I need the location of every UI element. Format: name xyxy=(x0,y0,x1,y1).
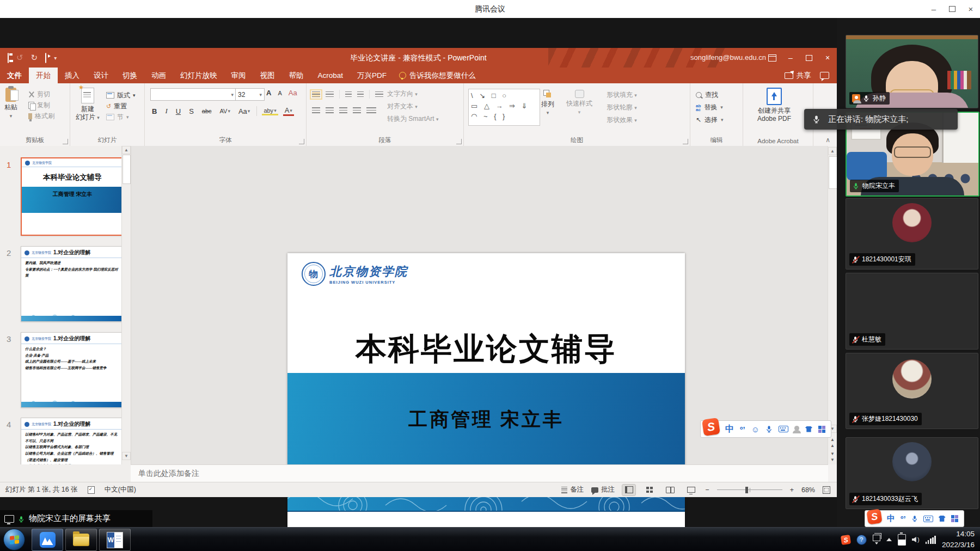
network-signal-icon[interactable] xyxy=(926,536,936,544)
paragraph-dialog-launcher[interactable] xyxy=(456,139,462,144)
shape-fill-button[interactable]: 形状填充 ▾ xyxy=(607,89,637,101)
volume-icon[interactable]: ) xyxy=(912,536,920,543)
text-direction-button[interactable]: 文字方向 ▾ xyxy=(387,88,439,100)
notes-placeholder[interactable]: 单击此处添加备注 xyxy=(138,469,199,479)
convert-smartart-button[interactable]: 转换为 SmartArt ▾ xyxy=(387,113,439,125)
tab-review[interactable]: 审阅 xyxy=(224,68,253,83)
comments-toggle-button[interactable]: 批注 xyxy=(591,485,615,494)
text-shadow-button[interactable]: S xyxy=(187,107,195,115)
ppt-maximize-button[interactable] xyxy=(800,48,818,68)
clipboard-dialog-launcher[interactable] xyxy=(63,139,68,144)
notes-toggle-button[interactable]: 备注 xyxy=(561,485,584,494)
normal-view-button[interactable] xyxy=(622,485,635,495)
scroll-up-icon[interactable]: ▲ xyxy=(122,146,131,154)
tab-home[interactable]: 开始 xyxy=(29,68,58,83)
zoom-slider-thumb[interactable] xyxy=(745,487,748,493)
tab-design[interactable]: 设计 xyxy=(87,68,115,83)
thumbnail-scrollbar[interactable]: ▲ ▼ xyxy=(121,146,131,464)
desktop-tray-icon[interactable] xyxy=(873,535,880,544)
battery-icon[interactable] xyxy=(898,534,906,546)
select-button[interactable]: ↖选择 ▾ xyxy=(696,114,724,126)
align-right-button[interactable] xyxy=(339,107,347,113)
tell-me-box[interactable]: 告诉我你想要做什么 xyxy=(394,68,481,83)
tab-file[interactable]: 文件 xyxy=(0,68,29,83)
participant-video-sunjing[interactable]: 孙静 xyxy=(846,35,978,108)
cut-button[interactable]: 剪切 xyxy=(28,89,54,100)
numbering-button[interactable] xyxy=(326,91,334,97)
start-button[interactable] xyxy=(3,529,25,550)
shape-outline-button[interactable]: 形状轮廓 ▾ xyxy=(607,101,637,114)
slide-thumbnail-1[interactable]: 北京物资学院 本科毕业论文辅导 工商管理 宋立丰 xyxy=(21,157,124,236)
new-slide-button[interactable]: 新建幻灯片 ▾ xyxy=(76,88,100,121)
tab-insert[interactable]: 插入 xyxy=(58,68,87,83)
font-color-button[interactable]: A▾ xyxy=(283,106,294,116)
grow-font-button[interactable]: A xyxy=(265,89,273,97)
taskbar-word[interactable] xyxy=(99,529,131,551)
editor-scrollbar[interactable]: ▲ ▼ ▲▲ ▼▼ xyxy=(828,146,837,464)
zoom-slider[interactable] xyxy=(717,489,782,491)
ribbon-display-options-button[interactable] xyxy=(763,48,781,68)
soft-keyboard-icon[interactable] xyxy=(923,516,933,522)
toolbox-icon[interactable] xyxy=(818,426,825,433)
help-tray-icon[interactable]: ? xyxy=(856,535,867,545)
thumbnail-scroll-thumb[interactable] xyxy=(122,155,131,184)
next-slide-button[interactable]: ▼▼ xyxy=(828,451,837,463)
format-painter-button[interactable]: 格式刷 xyxy=(28,111,54,121)
punctuation-icon[interactable]: º’ xyxy=(901,514,906,523)
participant-video-zhangmengjie[interactable]: 张梦婕1821430030 xyxy=(846,353,978,429)
quick-styles-button[interactable]: 快速样式 ▾ xyxy=(566,90,592,115)
language-indicator[interactable]: 中文(中国) xyxy=(105,485,136,494)
underline-button[interactable]: U xyxy=(174,107,182,115)
tab-view[interactable]: 视图 xyxy=(253,68,282,83)
meeting-maximize-button[interactable] xyxy=(943,0,961,18)
zoom-out-button[interactable]: − xyxy=(705,486,709,494)
participant-video-anqi[interactable]: 1821430001安琪 xyxy=(846,198,978,270)
italic-button[interactable]: I xyxy=(163,107,169,115)
collapse-ribbon-button[interactable]: ∧ xyxy=(825,136,830,144)
voice-input-icon[interactable] xyxy=(765,425,773,433)
punctuation-icon[interactable]: º’ xyxy=(740,425,745,434)
clear-formatting-button[interactable]: Aa xyxy=(287,89,299,97)
paste-dropdown[interactable]: ▾ xyxy=(10,113,13,119)
character-spacing-button[interactable]: AV▾ xyxy=(218,108,232,114)
zoom-level[interactable]: 68% xyxy=(801,486,815,494)
reading-view-button[interactable] xyxy=(664,485,677,495)
bold-button[interactable]: B xyxy=(150,107,158,115)
share-button[interactable]: 共享 xyxy=(785,71,811,81)
sogou-logo-icon[interactable]: S xyxy=(866,509,882,524)
chinese-mode-icon[interactable]: 中 xyxy=(887,513,895,524)
section-button[interactable]: 节▾ xyxy=(106,112,136,123)
voice-input-icon[interactable] xyxy=(911,515,918,522)
soft-keyboard-icon[interactable] xyxy=(779,426,788,432)
tab-transitions[interactable]: 切换 xyxy=(115,68,144,83)
slide-thumbnail-4[interactable]: 北京物资学院1.对企业的理解 以销售APP为对象、产品运营、产品研发、产品建设、… xyxy=(21,418,123,464)
account-email[interactable]: songlifeng@bwu.edu.cn xyxy=(690,48,766,68)
shape-effects-button[interactable]: 形状效果 ▾ xyxy=(607,114,637,126)
bullets-button[interactable] xyxy=(312,91,320,97)
create-pdf-button[interactable]: 创建并共享Adobe PDF xyxy=(757,88,791,123)
find-button[interactable]: 查找 xyxy=(696,89,724,101)
taskbar-tencent-meeting[interactable] xyxy=(32,529,63,551)
tab-wanxing-pdf[interactable]: 万兴PDF xyxy=(350,68,394,83)
chinese-mode-icon[interactable]: 中 xyxy=(725,424,734,435)
justify-button[interactable] xyxy=(353,107,361,113)
slideshow-view-button[interactable] xyxy=(684,485,697,495)
previous-slide-button[interactable]: ▲▲ xyxy=(828,437,837,449)
paste-button[interactable]: 粘贴 ▾ xyxy=(4,88,17,119)
comments-icon[interactable] xyxy=(820,72,829,79)
shapes-row-2[interactable]: ▭ △ → ⇒ ⇓ xyxy=(471,101,537,111)
copy-button[interactable]: 复制 xyxy=(28,100,54,111)
editor-scroll-thumb[interactable] xyxy=(829,156,837,189)
ppt-minimize-button[interactable]: – xyxy=(781,48,800,68)
taskbar-file-explorer[interactable] xyxy=(65,529,97,551)
reset-button[interactable]: ↺重置 xyxy=(106,101,136,112)
decrease-indent-button[interactable] xyxy=(345,91,352,97)
meeting-minimize-button[interactable]: – xyxy=(924,0,943,18)
account-icon[interactable] xyxy=(794,428,799,431)
align-center-button[interactable] xyxy=(326,107,334,113)
sogou-logo-icon[interactable]: S xyxy=(702,418,720,436)
shapes-row-3[interactable]: ◠ ~ { } xyxy=(471,111,537,121)
highlight-color-button[interactable]: aby▾ xyxy=(262,107,278,115)
font-name-combo[interactable]: ▾ xyxy=(150,88,236,101)
font-size-combo[interactable]: 32▾ xyxy=(235,88,265,101)
